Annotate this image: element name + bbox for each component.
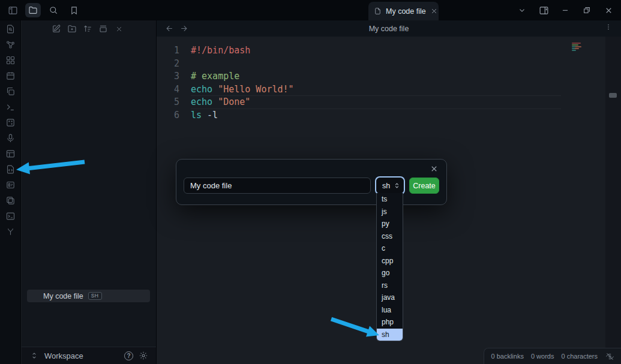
tab-close-icon[interactable] — [430, 7, 438, 15]
search-icon[interactable] — [46, 3, 61, 17]
dropdown-option[interactable]: css — [377, 230, 403, 243]
code-line[interactable]: 3# example — [157, 70, 605, 83]
file-name: My code file — [43, 292, 83, 300]
language-dropdown: tsjspycssccppgorsjavaluaphpsh — [376, 193, 403, 341]
dropdown-option[interactable]: java — [377, 291, 403, 304]
dropdown-option[interactable]: ts — [377, 193, 403, 206]
line-number: 4 — [157, 83, 191, 97]
status-bar: 0 backlinks 0 words 0 characters — [484, 348, 621, 364]
line-number: 5 — [157, 96, 191, 109]
layers-icon[interactable] — [4, 195, 17, 206]
language-select[interactable]: sh — [376, 178, 404, 194]
file-search-icon[interactable] — [4, 23, 17, 34]
dropdown-option[interactable]: py — [377, 218, 403, 230]
vault-switcher-icon[interactable] — [29, 350, 40, 361]
view-title: My code file — [157, 20, 621, 37]
character-count[interactable]: 0 characters — [561, 353, 598, 360]
titlebar-left-actions — [5, 0, 82, 20]
back-arrow-icon[interactable] — [164, 23, 175, 34]
folder-icon[interactable] — [25, 3, 41, 17]
file-list-item[interactable]: My code file SH — [27, 290, 150, 302]
editor-scrollbar[interactable] — [605, 37, 621, 364]
bookmark-icon[interactable] — [66, 3, 82, 17]
sidebar-left-icon[interactable] — [5, 3, 20, 17]
code-line[interactable]: 4echo "Hello World!" — [157, 83, 605, 97]
dropdown-option[interactable]: lua — [377, 304, 403, 317]
slides-icon[interactable] — [4, 179, 17, 190]
line-number: 6 — [157, 109, 191, 122]
dropdown-option[interactable]: php — [377, 316, 403, 329]
tab-title: My code file — [386, 7, 426, 16]
code-line[interactable]: 6ls -l — [157, 109, 605, 122]
panel-top-icon[interactable] — [4, 148, 17, 159]
chevron-down-icon[interactable] — [514, 3, 530, 17]
scrollbar-thumb[interactable] — [609, 93, 617, 98]
fork-icon[interactable] — [4, 226, 17, 237]
word-count[interactable]: 0 words — [531, 353, 554, 360]
calendar-icon[interactable] — [4, 70, 17, 81]
titlebar-right-actions — [514, 0, 616, 20]
view-header: My code file — [157, 20, 621, 37]
close-icon[interactable] — [601, 3, 616, 17]
dropdown-option[interactable]: c — [377, 242, 403, 255]
tab-my-code-file[interactable]: My code file — [368, 2, 439, 20]
copy-icon[interactable] — [4, 86, 17, 97]
help-icon[interactable]: ? — [124, 351, 133, 360]
create-code-file-modal: sh Create — [176, 159, 447, 205]
vault-name[interactable]: Workspace — [44, 351, 119, 360]
file-extension-badge: SH — [88, 292, 102, 300]
panel-right-icon[interactable] — [536, 3, 551, 17]
code-lines[interactable]: 1#!/bin/bash23# example4echo "Hello Worl… — [157, 44, 605, 122]
layout-grid-icon[interactable] — [4, 55, 17, 65]
select-chevrons-icon — [394, 182, 400, 189]
collapse-all-icon[interactable] — [98, 24, 108, 34]
titlebar: My code file — [0, 0, 621, 20]
language-select-value: sh — [382, 182, 391, 190]
graph-icon[interactable] — [4, 39, 17, 50]
file-explorer-toolbar — [52, 24, 124, 34]
code-line[interactable]: 5echo "Done" — [157, 96, 605, 109]
console-icon[interactable] — [4, 210, 17, 221]
sort-ascending-icon[interactable] — [83, 24, 92, 34]
dropdown-option[interactable]: go — [377, 267, 403, 279]
terminal-icon[interactable] — [4, 101, 17, 112]
eye-off-icon[interactable] — [605, 351, 615, 362]
line-number: 2 — [157, 58, 191, 71]
dropdown-option[interactable]: cpp — [377, 255, 403, 267]
microphone-icon[interactable] — [4, 133, 17, 143]
ribbon — [0, 20, 21, 364]
modal-close-icon[interactable] — [430, 164, 439, 173]
minimize-icon[interactable] — [557, 3, 573, 17]
create-button[interactable]: Create — [409, 178, 439, 194]
filename-input[interactable] — [184, 178, 371, 194]
file-explorer-panel: My code file SH — [22, 20, 156, 347]
line-number: 1 — [157, 44, 191, 58]
obsidian-window: My code file — [0, 0, 621, 364]
dropdown-option[interactable]: sh — [377, 329, 403, 341]
code-line[interactable]: 1#!/bin/bash — [157, 44, 605, 58]
backlinks-count[interactable]: 0 backlinks — [491, 353, 524, 360]
gear-icon[interactable] — [138, 350, 149, 361]
new-note-icon[interactable] — [52, 24, 61, 34]
dice-icon[interactable] — [4, 117, 17, 128]
restore-icon[interactable] — [579, 3, 595, 17]
vault-bar: Workspace ? — [22, 347, 156, 364]
new-folder-icon[interactable] — [67, 24, 77, 34]
forward-arrow-icon[interactable] — [178, 23, 189, 34]
dropdown-option[interactable]: js — [377, 206, 403, 218]
close-icon[interactable] — [114, 24, 124, 34]
file-code-icon[interactable] — [4, 164, 17, 175]
line-number: 3 — [157, 70, 191, 83]
dropdown-option[interactable]: rs — [377, 279, 403, 292]
file-icon — [374, 7, 382, 15]
more-options-icon[interactable] — [604, 23, 613, 31]
code-line[interactable]: 2 — [157, 58, 605, 71]
